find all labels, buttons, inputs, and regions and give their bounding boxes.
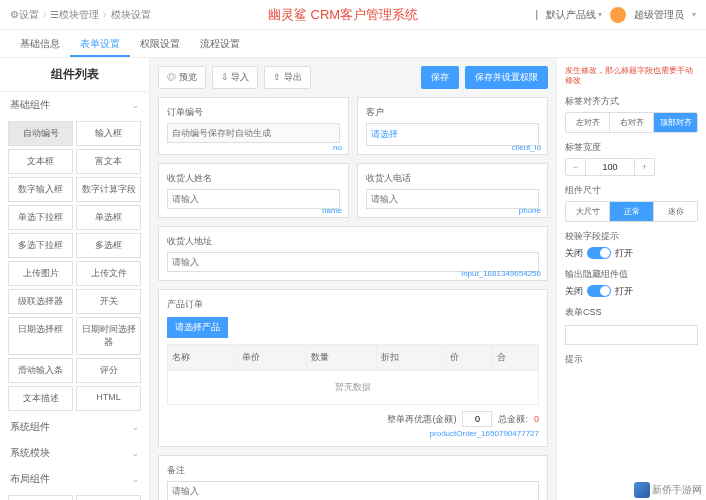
align-top[interactable]: 顶部对齐: [654, 113, 697, 132]
tab-perm[interactable]: 权限设置: [130, 30, 190, 57]
size-mini[interactable]: 迷你: [654, 202, 697, 221]
recv-name-input[interactable]: [167, 189, 340, 209]
save-perm-button[interactable]: 保存并设置权限: [465, 66, 548, 89]
field-id: client_id: [512, 143, 541, 152]
size-group: 大尺寸 正常 迷你: [565, 201, 698, 222]
component-item[interactable]: 文本框: [8, 149, 73, 174]
chevron-down-icon[interactable]: ▾: [692, 10, 696, 19]
chevron-down-icon: ⌄: [132, 475, 139, 484]
bc-module-cfg: 模块设置: [111, 8, 151, 22]
component-item[interactable]: 富文本: [76, 149, 141, 174]
field-id: phone: [519, 206, 541, 215]
increase-button[interactable]: +: [634, 159, 654, 175]
component-item[interactable]: HTML: [76, 386, 141, 411]
tip-label: 提示: [565, 353, 698, 366]
list-icon: ☰: [50, 9, 59, 20]
product-line-select[interactable]: 默认产品线 ▾: [546, 8, 602, 22]
field-customer[interactable]: 客户 请选择 client_id: [357, 97, 548, 155]
field-recv-addr[interactable]: 收货人地址 input_1681349654256: [158, 226, 548, 281]
decrease-button[interactable]: −: [566, 159, 586, 175]
recv-phone-input[interactable]: [366, 189, 539, 209]
align-left[interactable]: 左对齐: [566, 113, 610, 132]
field-label: 收货人地址: [167, 235, 539, 248]
component-item[interactable]: 滑动输入条: [8, 358, 73, 383]
component-item[interactable]: 单选下拉框: [8, 205, 73, 230]
product-line-label: 默认产品线: [546, 8, 596, 22]
width-stepper: − 100 +: [565, 158, 655, 176]
on-label: 打开: [615, 285, 633, 298]
on-label: 打开: [615, 247, 633, 260]
save-button[interactable]: 保存: [421, 66, 459, 89]
component-item[interactable]: 上传图片: [8, 261, 73, 286]
table-header: 价: [446, 345, 492, 371]
width-value[interactable]: 100: [586, 159, 634, 175]
field-product-order[interactable]: 产品订单 请选择产品 名称单价数量折扣价合 暂无数据 整单再优惠(金额) 总金额…: [158, 289, 548, 447]
remark-input[interactable]: [167, 481, 539, 500]
align-group: 左对齐 右对齐 顶部对齐: [565, 112, 698, 133]
preview-button[interactable]: ◎ 预览: [158, 66, 206, 89]
select-product-button[interactable]: 请选择产品: [167, 317, 228, 338]
component-item[interactable]: 输入框: [76, 121, 141, 146]
align-right[interactable]: 右对齐: [610, 113, 654, 132]
field-recv-phone[interactable]: 收货人电话 phone: [357, 163, 548, 218]
component-item[interactable]: 评分: [76, 358, 141, 383]
order-no-input[interactable]: [167, 123, 340, 143]
component-item[interactable]: 文本描述: [8, 386, 73, 411]
component-item[interactable]: 开关: [76, 289, 141, 314]
component-item[interactable]: 分割线: [8, 495, 73, 500]
bc-settings[interactable]: 设置: [19, 8, 39, 22]
valid-label: 校验字段提示: [565, 230, 698, 243]
discount-input[interactable]: [462, 411, 492, 427]
section-sys-comp[interactable]: 系统组件⌄: [0, 414, 149, 440]
size-large[interactable]: 大尺寸: [566, 202, 610, 221]
section-basic[interactable]: 基础组件⌄: [0, 92, 149, 118]
empty-text: 暂无数据: [168, 371, 539, 405]
size-normal[interactable]: 正常: [610, 202, 654, 221]
chevron-down-icon: ⌄: [132, 101, 139, 110]
align-label: 标签对齐方式: [565, 95, 698, 108]
bc-module-mgmt[interactable]: 模块管理: [59, 8, 99, 22]
component-item[interactable]: 自动编号: [8, 121, 73, 146]
component-item[interactable]: 多选下拉框: [8, 233, 73, 258]
width-label: 标签宽度: [565, 141, 698, 154]
total-label: 总金额:: [498, 413, 528, 426]
settings-icon: ⚙: [10, 9, 19, 20]
component-item[interactable]: 数字输入框: [8, 177, 73, 202]
css-input[interactable]: [565, 325, 698, 345]
import-button[interactable]: ⇩ 导入: [212, 66, 259, 89]
field-recv-name[interactable]: 收货人姓名 name: [158, 163, 349, 218]
tab-form[interactable]: 表单设置: [70, 30, 130, 57]
component-item[interactable]: 日期选择框: [8, 317, 73, 355]
section-sys-mod[interactable]: 系统模块⌄: [0, 440, 149, 466]
discount-label: 整单再优惠(金额): [387, 413, 456, 426]
hidden-label: 输出隐藏组件值: [565, 268, 698, 281]
field-order-no[interactable]: 订单编号 no: [158, 97, 349, 155]
chevron-down-icon: ⌄: [132, 449, 139, 458]
avatar[interactable]: [610, 7, 626, 23]
valid-toggle[interactable]: [587, 247, 611, 259]
field-label: 收货人电话: [366, 172, 539, 185]
component-item[interactable]: 上传文件: [76, 261, 141, 286]
field-remark[interactable]: 备注: [158, 455, 548, 500]
component-item[interactable]: 数字计算字段: [76, 177, 141, 202]
app-title: 幽灵鲨 CRM客户管理系统: [151, 6, 536, 24]
user-name: 超级管理员: [634, 8, 684, 22]
field-label: 订单编号: [167, 106, 340, 119]
tab-basic[interactable]: 基础信息: [10, 30, 70, 57]
table-header: 折扣: [376, 345, 446, 371]
chevron-down-icon: ⌄: [132, 423, 139, 432]
table-header: 合: [492, 345, 538, 371]
section-layout[interactable]: 布局组件⌄: [0, 466, 149, 492]
component-item[interactable]: 日期时间选择器: [76, 317, 141, 355]
export-button[interactable]: ⇧ 导出: [264, 66, 311, 89]
component-item[interactable]: 单选框: [76, 205, 141, 230]
hidden-toggle[interactable]: [587, 285, 611, 297]
table-header: 单价: [237, 345, 307, 371]
table-header: 名称: [168, 345, 238, 371]
bc-sep: ›: [43, 9, 46, 20]
component-item[interactable]: 级联选择器: [8, 289, 73, 314]
tab-flow[interactable]: 流程设置: [190, 30, 250, 57]
component-item[interactable]: 多选框: [76, 233, 141, 258]
field-id: productOrder_1650790477727: [167, 429, 539, 438]
component-item[interactable]: 提示: [76, 495, 141, 500]
